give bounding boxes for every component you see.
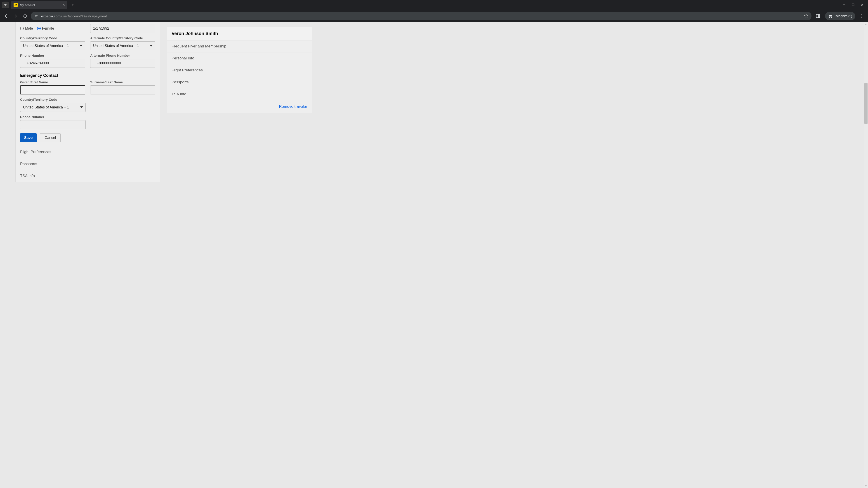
window-controls: [843, 3, 868, 7]
incognito-indicator[interactable]: Incognito (2): [825, 12, 855, 20]
chevron-down-icon: [150, 44, 153, 48]
personal-info-form-panel: Male Female 1/17/1992: [16, 22, 160, 182]
scroll-up-arrow[interactable]: ▲: [864, 22, 868, 26]
new-tab-button[interactable]: +: [71, 2, 74, 8]
alt-phone-input[interactable]: +80000000000: [90, 59, 155, 68]
forward-button[interactable]: [12, 12, 20, 20]
side-row-tsa-info[interactable]: TSA Info: [167, 88, 312, 100]
accordion-flight-preferences[interactable]: Flight Preferences: [16, 146, 160, 158]
gender-female-radio[interactable]: Female: [37, 26, 54, 31]
side-row-passports[interactable]: Passports: [167, 76, 312, 88]
svg-point-6: [36, 16, 37, 17]
select-value: United States of America + 1: [23, 105, 69, 109]
accordion-tsa-info[interactable]: TSA Info: [16, 170, 160, 182]
tab-title: My Account: [20, 3, 35, 7]
scroll-thumb[interactable]: [864, 83, 868, 124]
close-window-button[interactable]: [861, 3, 864, 7]
svg-rect-9: [818, 14, 820, 18]
emergency-phone-label: Phone Number: [20, 115, 86, 119]
alt-country-code-select[interactable]: United States of America + 1: [90, 41, 155, 51]
svg-rect-1: [852, 4, 854, 6]
emergency-last-name-input[interactable]: [90, 86, 155, 94]
emergency-first-name-input[interactable]: [20, 86, 85, 94]
select-value: United States of America + 1: [93, 44, 139, 48]
country-code-label: Country/Territory Code: [20, 36, 85, 40]
svg-point-11: [831, 16, 832, 18]
url-text: expedia.com/user/account/?&selc=payment: [41, 14, 107, 18]
phone-input[interactable]: +8246789000: [20, 59, 85, 68]
country-code-select[interactable]: United States of America + 1: [20, 41, 85, 51]
side-row-personal-info[interactable]: Personal Info: [167, 53, 312, 64]
emergency-country-code-select[interactable]: United States of America + 1: [20, 103, 86, 112]
radio-label: Male: [25, 26, 33, 31]
svg-point-10: [829, 16, 830, 18]
svg-point-14: [862, 15, 862, 16]
browser-toolbar: expedia.com/user/account/?&selc=payment …: [0, 10, 868, 22]
phone-label: Phone Number: [20, 54, 85, 57]
url-host: expedia.com: [41, 14, 60, 18]
emergency-contact-heading: Emergency Contact: [20, 73, 155, 78]
gender-radio-group: Male Female: [20, 24, 85, 33]
emergency-phone-input[interactable]: [20, 120, 86, 129]
scroll-down-arrow[interactable]: ▼: [864, 484, 868, 488]
vertical-scrollbar[interactable]: ▲ ▼: [864, 22, 868, 488]
tab-strip: My Account ✕ +: [0, 0, 868, 10]
radio-label: Female: [42, 26, 54, 31]
side-panel-button[interactable]: [814, 12, 822, 20]
reload-button[interactable]: [21, 12, 29, 20]
incognito-label: Incognito (2): [835, 14, 852, 18]
remove-traveler-link[interactable]: Remove traveler: [279, 104, 307, 109]
cancel-button[interactable]: Cancel: [40, 133, 61, 142]
page-viewport: Male Female 1/17/1992: [0, 22, 868, 488]
svg-point-13: [862, 14, 862, 15]
select-value: United States of America + 1: [23, 44, 69, 48]
site-settings-icon[interactable]: [34, 14, 38, 18]
emergency-last-name-label: Surname/Last Name: [90, 80, 155, 84]
minimize-button[interactable]: [843, 3, 845, 7]
svg-point-4: [35, 15, 35, 15]
chevron-down-icon: [80, 44, 83, 48]
accordion-passports[interactable]: Passports: [16, 158, 160, 170]
tab-close-button[interactable]: ✕: [62, 3, 65, 7]
radio-icon: [37, 27, 41, 30]
back-button[interactable]: [2, 12, 10, 20]
alt-country-code-label: Alternate Country/Territory Code: [90, 36, 155, 40]
traveler-side-panel: Veron Johnson Smith Frequent Flyer and M…: [167, 27, 312, 113]
favicon-icon: [13, 3, 18, 7]
emergency-country-code-label: Country/Territory Code: [20, 98, 86, 101]
svg-point-15: [862, 17, 862, 18]
dob-input[interactable]: 1/17/1992: [90, 24, 155, 33]
save-button[interactable]: Save: [20, 133, 37, 142]
browser-menu-button[interactable]: [858, 12, 866, 20]
url-path: /user/account/?&selc=payment: [60, 14, 107, 18]
side-row-flight-preferences[interactable]: Flight Preferences: [167, 64, 312, 76]
side-row-frequent-flyer[interactable]: Frequent Flyer and Membership: [167, 40, 312, 53]
traveler-name-heading: Veron Johnson Smith: [167, 27, 312, 40]
emergency-first-name-label: Given/First Name: [20, 80, 85, 84]
browser-chrome: My Account ✕ + expedia.com/user/account/…: [0, 0, 868, 22]
alt-phone-label: Alternate Phone Number: [90, 54, 155, 57]
radio-icon: [20, 27, 24, 30]
bookmark-star-icon[interactable]: [804, 13, 808, 19]
gender-male-radio[interactable]: Male: [20, 26, 33, 31]
browser-tab[interactable]: My Account ✕: [11, 1, 67, 9]
chevron-down-icon: [80, 105, 83, 109]
maximize-button[interactable]: [852, 3, 855, 7]
tab-search-button[interactable]: [2, 2, 9, 8]
address-bar[interactable]: expedia.com/user/account/?&selc=payment: [31, 12, 811, 20]
